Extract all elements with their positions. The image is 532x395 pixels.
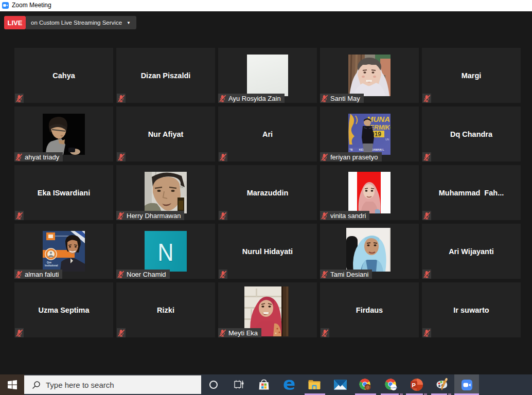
- svg-text:Institutional: Institutional: [45, 264, 58, 267]
- svg-text:Qua: Qua: [47, 261, 51, 264]
- svg-text:P: P: [412, 382, 416, 388]
- svg-text:N: N: [158, 239, 174, 266]
- svg-text:PusatHosti: PusatHosti: [389, 387, 398, 389]
- svg-text:UN: UN: [385, 138, 389, 141]
